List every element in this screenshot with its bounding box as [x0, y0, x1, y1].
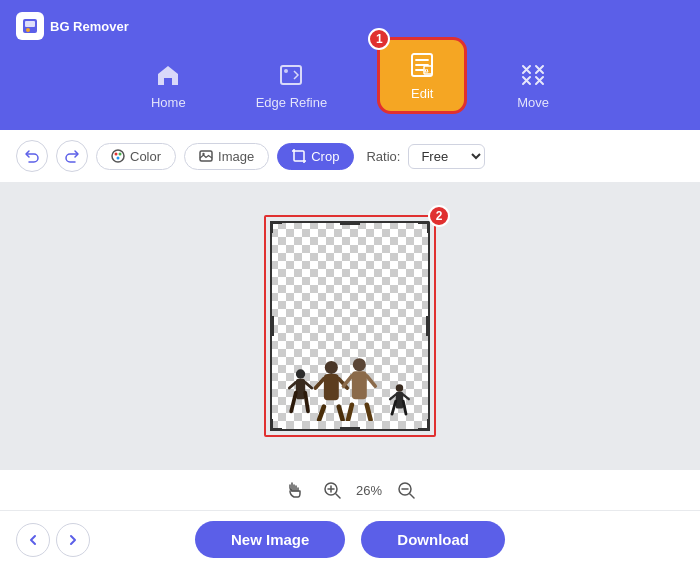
- home-label: Home: [151, 95, 186, 110]
- step-badge-2: 2: [428, 205, 450, 227]
- main-content: Color Image Crop Ratio: Free 1:1: [0, 130, 700, 568]
- crop-handle-bl[interactable]: [270, 419, 282, 431]
- edit-label: Edit: [411, 86, 433, 101]
- logo-icon: [16, 12, 44, 40]
- download-button[interactable]: Download: [361, 521, 505, 558]
- edit-icon: [408, 52, 436, 82]
- nav-arrows: [16, 523, 90, 557]
- image-tab-button[interactable]: Image: [184, 143, 269, 170]
- app-header: BG Remover Home Edge Refine: [0, 0, 700, 130]
- crop-handle-tl[interactable]: [270, 221, 282, 233]
- svg-point-2: [26, 28, 30, 32]
- canvas-area: 2: [0, 183, 700, 469]
- svg-point-8: [115, 153, 118, 156]
- svg-point-9: [119, 153, 122, 156]
- pan-tool-button[interactable]: [280, 476, 308, 504]
- crop-handle-br[interactable]: [418, 419, 430, 431]
- crop-tab-button[interactable]: Crop: [277, 143, 354, 170]
- move-label: Move: [517, 95, 549, 110]
- svg-point-7: [112, 150, 124, 162]
- nav-item-edit[interactable]: 1 Edit: [377, 37, 467, 114]
- svg-rect-13: [294, 151, 304, 161]
- svg-rect-1: [25, 21, 35, 27]
- nav-bar: Home Edge Refine 1: [0, 37, 700, 118]
- crop-handle-top[interactable]: [340, 221, 360, 225]
- prev-button[interactable]: [16, 523, 50, 557]
- crop-handle-right[interactable]: [426, 316, 430, 336]
- move-icon: [520, 63, 546, 91]
- zoom-controls: 26%: [0, 469, 700, 510]
- nav-item-move[interactable]: Move: [497, 55, 569, 118]
- svg-point-12: [202, 153, 204, 155]
- crop-handle-left[interactable]: [270, 316, 274, 336]
- svg-point-4: [284, 69, 288, 73]
- ratio-select[interactable]: Free 1:1 4:3 16:9 3:4 9:16: [408, 144, 485, 169]
- bottom-bar: New Image Download: [0, 510, 700, 568]
- crop-border[interactable]: [270, 221, 430, 431]
- svg-line-48: [410, 494, 414, 498]
- step-badge-1: 1: [368, 28, 390, 50]
- color-tab-button[interactable]: Color: [96, 143, 176, 170]
- next-button[interactable]: [56, 523, 90, 557]
- crop-tab-label: Crop: [311, 149, 339, 164]
- home-icon: [155, 63, 181, 91]
- color-tab-label: Color: [130, 149, 161, 164]
- crop-handle-tr[interactable]: [418, 221, 430, 233]
- zoom-in-button[interactable]: [318, 476, 346, 504]
- image-tab-label: Image: [218, 149, 254, 164]
- svg-line-45: [336, 494, 340, 498]
- edge-refine-icon: [278, 63, 304, 91]
- nav-item-edge-refine[interactable]: Edge Refine: [236, 55, 348, 118]
- new-image-button[interactable]: New Image: [195, 521, 345, 558]
- edge-refine-label: Edge Refine: [256, 95, 328, 110]
- undo-button[interactable]: [16, 140, 48, 172]
- nav-item-home[interactable]: Home: [131, 55, 206, 118]
- redo-button[interactable]: [56, 140, 88, 172]
- logo-area: BG Remover: [16, 12, 129, 40]
- ratio-label: Ratio:: [366, 149, 400, 164]
- image-container: 2: [270, 221, 430, 431]
- svg-point-10: [117, 157, 120, 160]
- crop-handle-bottom[interactable]: [340, 427, 360, 431]
- logo-text: BG Remover: [50, 19, 129, 34]
- toolbar: Color Image Crop Ratio: Free 1:1: [0, 130, 700, 183]
- zoom-level: 26%: [356, 483, 382, 498]
- zoom-out-button[interactable]: [392, 476, 420, 504]
